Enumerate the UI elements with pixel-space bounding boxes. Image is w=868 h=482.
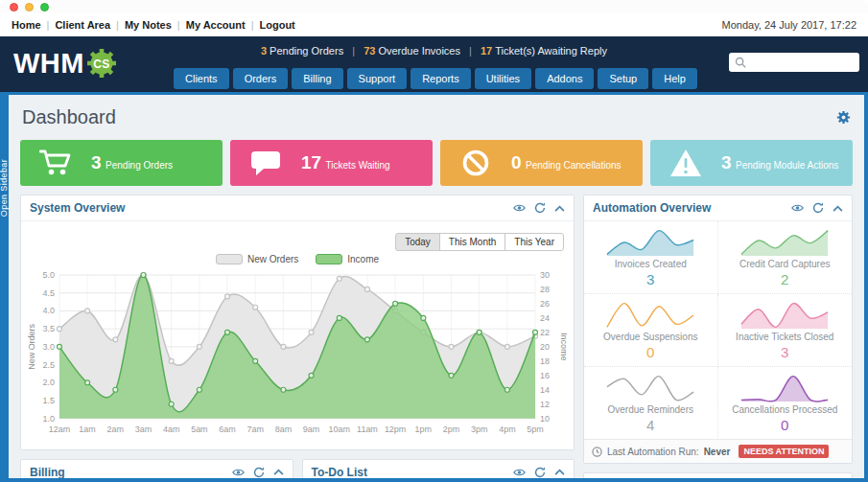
legend-swatch — [316, 254, 342, 264]
svg-text:1.0: 1.0 — [42, 414, 54, 424]
chart-legend: New Orders Income — [27, 252, 568, 265]
refresh-icon[interactable] — [534, 202, 546, 214]
stat-label: Pending Module Actions — [736, 160, 838, 171]
svg-text:5am: 5am — [191, 425, 207, 434]
svg-text:12pm: 12pm — [385, 425, 406, 434]
eye-icon[interactable] — [513, 203, 526, 213]
collapse-chevron-icon[interactable] — [273, 469, 284, 475]
admin-quick-links-bar: Home | Client Area | My Notes | My Accou… — [0, 13, 868, 36]
range-today-button[interactable]: Today — [395, 233, 440, 251]
warning-icon — [669, 149, 702, 177]
svg-text:26: 26 — [540, 299, 550, 309]
sparkline-overdue-reminders — [604, 374, 696, 402]
right-column: Automation Overview — [583, 195, 853, 478]
nav-tab-billing[interactable]: Billing — [292, 68, 342, 89]
eye-icon[interactable] — [232, 468, 245, 477]
svg-text:4.5: 4.5 — [42, 288, 54, 298]
dashboard-settings-gear-icon[interactable] — [836, 110, 851, 125]
sparkline-overdue-suspensions — [604, 301, 696, 330]
nav-tab-clients[interactable]: Clients — [174, 68, 229, 89]
collapse-chevron-icon[interactable] — [833, 205, 843, 212]
separator: | — [177, 19, 180, 31]
quick-links: Home | Client Area | My Notes | My Accou… — [12, 19, 295, 31]
link-my-account[interactable]: My Account — [186, 19, 246, 31]
stat-label: Pending Orders — [106, 160, 173, 171]
comment-icon — [250, 149, 281, 176]
refresh-icon[interactable] — [253, 467, 265, 478]
nav-tab-addons[interactable]: Addons — [535, 68, 594, 89]
alert-pending-orders[interactable]: 3Pending Orders — [261, 45, 343, 57]
nav-tab-utilities[interactable]: Utilities — [475, 68, 531, 89]
window-close-button[interactable] — [10, 3, 18, 11]
svg-text:3pm: 3pm — [471, 425, 487, 434]
open-sidebar-tab[interactable]: Open Sidebar — [0, 142, 10, 234]
link-home[interactable]: Home — [12, 19, 41, 31]
needs-attention-badge[interactable]: NEEDS ATTENTION — [739, 445, 829, 458]
window-minimize-button[interactable] — [25, 3, 34, 11]
nav-tab-help[interactable]: Help — [652, 68, 697, 89]
billing-panel: Billing — [20, 459, 293, 478]
window-zoom-button[interactable] — [40, 3, 49, 11]
eye-icon[interactable] — [513, 468, 526, 477]
svg-text:3.0: 3.0 — [42, 342, 54, 352]
search-input[interactable] — [750, 57, 854, 68]
bottom-panels-row: Billing — [20, 459, 575, 478]
svg-text:CS: CS — [93, 57, 110, 71]
link-my-notes[interactable]: My Notes — [125, 19, 172, 31]
separator: | — [47, 19, 50, 31]
automation-overview-panel: Automation Overview — [583, 195, 853, 464]
refresh-icon[interactable] — [534, 467, 546, 478]
ban-icon — [461, 149, 490, 177]
whmcs-logo[interactable]: WHM CS — [13, 47, 118, 80]
link-logout[interactable]: Logout — [260, 19, 295, 31]
automation-footer: Last Automation Run: Never NEEDS ATTENTI… — [584, 439, 852, 463]
svg-text:16: 16 — [540, 371, 550, 380]
nav-tab-orders[interactable]: Orders — [233, 68, 289, 89]
main-nav: Clients Orders Billing Support Reports U… — [174, 68, 697, 89]
todo-list-title: To-Do List — [312, 466, 367, 478]
sparkline-credit-card-captures — [739, 228, 831, 257]
svg-text:New Orders: New Orders — [27, 323, 36, 369]
clock-icon — [592, 447, 602, 457]
svg-text:1pm: 1pm — [415, 425, 432, 434]
sparkline-invoices-created — [604, 228, 696, 257]
left-column: System Overview — [20, 195, 575, 478]
logo-gear-icon: CS — [85, 47, 118, 80]
range-this-year-button[interactable]: This Year — [504, 233, 564, 251]
svg-text:4.0: 4.0 — [42, 306, 54, 315]
refresh-icon[interactable] — [812, 202, 824, 214]
svg-text:20: 20 — [540, 342, 550, 352]
svg-text:10: 10 — [540, 414, 550, 424]
nav-tab-reports[interactable]: Reports — [411, 68, 471, 89]
svg-text:2am: 2am — [107, 425, 124, 434]
range-this-month-button[interactable]: This Month — [439, 233, 505, 251]
alert-tickets-awaiting-reply[interactable]: 17Ticket(s) Awaiting Reply — [481, 45, 607, 57]
stat-pending-cancellations[interactable]: 0 Pending Cancellations — [440, 140, 643, 186]
svg-text:22: 22 — [540, 328, 550, 337]
svg-text:1am: 1am — [79, 425, 95, 434]
svg-text:9am: 9am — [303, 425, 319, 434]
admin-search-box — [729, 53, 859, 72]
header-alerts: 3Pending Orders | 73Overdue Invoices | 1… — [163, 45, 705, 57]
stat-label: Pending Cancellations — [526, 160, 622, 171]
system-overview-chart: 1.01.52.02.53.03.54.04.55.01012141618202… — [27, 267, 568, 446]
sparkline-cancellations-processed — [739, 374, 831, 402]
logo-text: WHM — [13, 48, 84, 80]
stat-pending-module-actions[interactable]: 3 Pending Module Actions — [650, 140, 853, 186]
nav-tab-setup[interactable]: Setup — [598, 68, 648, 89]
collapse-chevron-icon[interactable] — [554, 469, 565, 475]
stat-pending-orders[interactable]: 3 Pending Orders — [20, 140, 223, 186]
window-titlebar — [0, 0, 868, 13]
last-automation-run-label: Last Automation Run: — [607, 447, 699, 457]
legend-swatch — [216, 254, 243, 264]
collapse-chevron-icon[interactable] — [554, 205, 565, 212]
alert-overdue-invoices[interactable]: 73Overdue Invoices — [364, 45, 460, 57]
svg-text:2pm: 2pm — [443, 425, 459, 434]
automation-cell-inactive-tickets-closed: Inactive Tickets Closed 3 — [718, 294, 853, 367]
nav-tab-support[interactable]: Support — [347, 68, 408, 89]
svg-text:10am: 10am — [329, 425, 350, 434]
link-client-area[interactable]: Client Area — [55, 19, 110, 31]
svg-text:2.0: 2.0 — [42, 378, 54, 387]
eye-icon[interactable] — [791, 203, 804, 213]
stat-tickets-waiting[interactable]: 17 Tickets Waiting — [230, 140, 433, 186]
